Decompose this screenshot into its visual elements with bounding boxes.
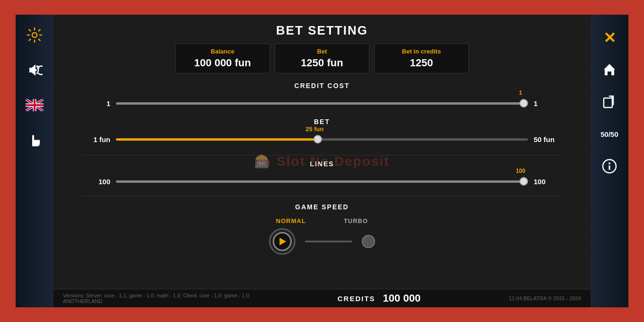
settings-button[interactable] xyxy=(24,24,45,46)
lines-fill xyxy=(116,180,524,183)
credit-cost-max: 1 xyxy=(534,99,562,107)
footer-time: 11:04 xyxy=(509,295,522,301)
sound-button[interactable] xyxy=(24,59,45,81)
bet-fill xyxy=(116,138,318,141)
bet-slider[interactable]: 25 fun xyxy=(116,132,528,146)
speed-arrow-icon xyxy=(279,238,286,245)
svg-rect-3 xyxy=(604,98,612,107)
footer-left: Versions: Server: core - 1.1, game - 1.0… xyxy=(63,293,249,304)
bet-value: 1250 fun xyxy=(289,57,355,69)
credit-cost-slider[interactable]: 1 xyxy=(116,96,528,110)
fifty-fifty-button[interactable]: 50/50 xyxy=(600,125,619,143)
credit-cost-section: CREDIT COST 1 1 1 xyxy=(63,82,581,113)
bet-section-label: BET xyxy=(63,118,581,125)
stats-row: Balance 100 000 fun Bet 1250 fun Bet in … xyxy=(63,44,581,73)
game-name: ANOTHERLAND xyxy=(63,298,249,304)
svg-rect-6 xyxy=(609,165,610,170)
close-button[interactable]: ✕ xyxy=(603,29,616,47)
credit-cost-label: CREDIT COST xyxy=(63,82,581,89)
svg-point-0 xyxy=(32,33,37,37)
lines-max: 100 xyxy=(534,178,562,186)
balance-label: Balance xyxy=(190,48,255,55)
bet-credits-box: Bet in credits 1250 xyxy=(374,44,469,73)
page-title: BET SETTING xyxy=(63,15,581,44)
balance-box: Balance 100 000 fun xyxy=(175,44,270,73)
lines-slider-row: 100 100 100 xyxy=(63,174,581,188)
footer-right: 11:04 BELATRA © 2015 - 2024 xyxy=(509,295,581,301)
lines-track: 100 xyxy=(116,180,528,183)
svg-point-1 xyxy=(35,69,37,71)
footer-copyright: BELATRA © 2015 - 2024 xyxy=(523,295,581,301)
bet-track: 25 fun xyxy=(116,138,528,141)
share-button[interactable] xyxy=(600,92,619,111)
lines-section: LINES 100 100 100 xyxy=(63,160,581,191)
bet-label: Bet xyxy=(289,48,355,55)
lines-current-label: 100 xyxy=(516,168,525,174)
turbo-label: TURBO xyxy=(344,217,368,224)
home-button[interactable] xyxy=(600,60,619,79)
divider-2 xyxy=(82,196,562,197)
normal-label: NORMAL xyxy=(276,217,306,224)
hand-button[interactable] xyxy=(24,129,45,151)
credit-cost-fill xyxy=(116,102,524,105)
divider-1 xyxy=(82,155,562,155)
footer-credits: CREDITS 100 000 xyxy=(338,292,420,304)
credit-cost-slider-row: 1 1 1 xyxy=(63,96,581,110)
balance-value: 100 000 fun xyxy=(190,57,255,69)
game-speed-label: GAME SPEED xyxy=(295,203,349,211)
credit-cost-track: 1 xyxy=(116,102,528,105)
bet-slider-row: 1 fun 25 fun 50 fun xyxy=(63,132,581,146)
svg-point-5 xyxy=(608,162,610,164)
speed-labels-row: NORMAL TURBO xyxy=(276,217,368,224)
version-text: Versions: Server: core - 1.1, game - 1.0… xyxy=(63,293,249,298)
credits-value: 100 000 xyxy=(383,292,421,304)
footer: Versions: Server: core - 1.1, game - 1.0… xyxy=(54,289,590,307)
speed-line xyxy=(305,241,352,242)
fifty-fifty-label: 50/50 xyxy=(600,130,618,138)
right-sidebar: ✕ 50/50 xyxy=(590,15,628,307)
bet-section: BET 1 fun 25 fun 50 fun xyxy=(63,118,581,149)
credit-cost-current-top: 1 xyxy=(519,89,522,96)
bet-min: 1 fun xyxy=(82,135,110,143)
bet-current-label: 25 fun xyxy=(305,125,323,133)
speed-btn-inner xyxy=(273,232,292,251)
center-panel: BET SETTING Balance 100 000 fun Bet 1250… xyxy=(54,15,590,307)
lines-thumb[interactable]: 100 xyxy=(519,177,528,186)
game-speed-section: GAME SPEED NORMAL TURBO xyxy=(63,203,581,255)
bet-credits-value: 1250 xyxy=(389,57,454,69)
bet-max: 50 fun xyxy=(534,135,562,143)
left-sidebar xyxy=(16,15,54,307)
lines-label: LINES xyxy=(63,160,581,168)
main-container: BET SETTING Balance 100 000 fun Bet 1250… xyxy=(14,13,630,309)
normal-speed-button[interactable] xyxy=(269,228,295,255)
bet-thumb[interactable]: 25 fun xyxy=(313,135,322,143)
info-button[interactable] xyxy=(600,157,619,176)
bet-credits-label: Bet in credits xyxy=(389,48,454,55)
turbo-speed-button[interactable] xyxy=(362,235,375,248)
lines-slider[interactable]: 100 xyxy=(116,174,528,188)
credits-label: CREDITS xyxy=(338,295,376,303)
lines-min: 100 xyxy=(82,178,110,186)
bet-box: Bet 1250 fun xyxy=(275,44,369,73)
credit-cost-thumb[interactable]: 1 xyxy=(519,99,528,107)
credit-cost-min: 1 xyxy=(82,99,110,107)
speed-toggle-row xyxy=(269,228,375,255)
language-button[interactable] xyxy=(24,94,45,116)
